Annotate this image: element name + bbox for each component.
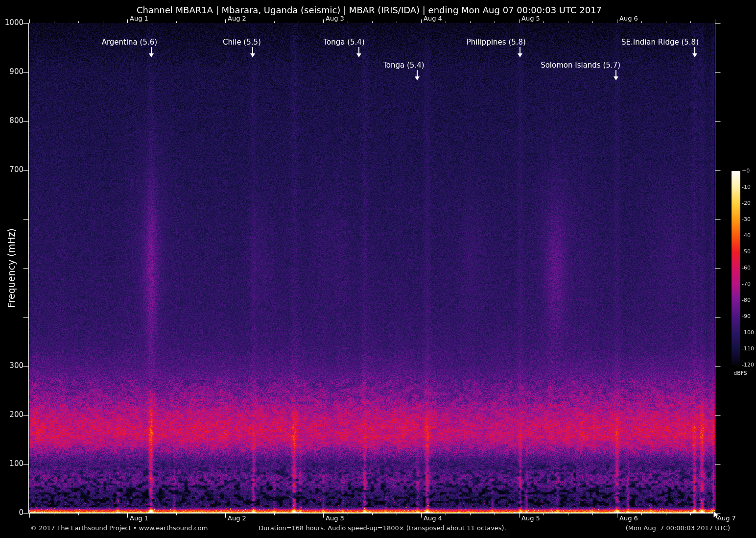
y-tick-label: 200 — [2, 411, 24, 419]
event-arrow-icon — [692, 47, 698, 58]
colorbar-tick-label: -60 — [742, 265, 751, 271]
top-date-label: Aug 3 — [326, 15, 344, 22]
bottom-date-label: Aug 2 — [228, 515, 246, 522]
top-date-label: Aug 4 — [424, 15, 442, 22]
spectrogram-screen: Channel MBAR1A | Mbarara, Uganda (seismi… — [0, 0, 756, 538]
event-arrow-icon — [356, 47, 362, 58]
bottom-date-label: Aug 1 — [130, 515, 148, 522]
top-date-label: Aug 2 — [228, 15, 246, 22]
top-date-label: Aug 6 — [619, 15, 638, 22]
bottom-date-label: Aug 3 — [326, 515, 344, 522]
event-annotation: Tonga (5.4) — [383, 61, 424, 70]
colorbar-tick-label: -70 — [742, 281, 751, 287]
event-arrow-icon — [148, 47, 154, 58]
colorbar-tick-label: -20 — [742, 200, 751, 206]
event-annotation: Argentina (5.6) — [102, 38, 158, 47]
colorbar-tick-label: -10 — [742, 184, 751, 190]
mouse-cursor-icon — [713, 510, 721, 521]
event-annotation: Chile (5.5) — [223, 38, 261, 47]
colorbar-tick-label: -100 — [742, 330, 754, 336]
event-arrow-icon — [613, 70, 619, 81]
footer-copyright: © 2017 The Earthsound Project • www.eart… — [30, 525, 208, 532]
event-annotation: Solomon Islands (5.7) — [541, 61, 620, 70]
spectrogram-image — [29, 23, 715, 513]
event-annotation: Philippines (5.8) — [467, 38, 526, 47]
colorbar-tick-label: +0 — [742, 168, 750, 174]
bottom-date-label: Aug 6 — [619, 515, 638, 522]
event-arrow-icon — [414, 70, 420, 81]
top-date-label: Aug 1 — [130, 15, 148, 22]
event-arrow-icon — [250, 47, 256, 58]
bottom-date-label: Aug 4 — [424, 515, 442, 522]
y-tick-label: 300 — [2, 362, 24, 370]
event-annotation: SE.Indian Ridge (5.8) — [621, 38, 699, 47]
y-tick-label: 1000 — [2, 19, 24, 27]
colorbar-tick-label: -80 — [742, 297, 751, 303]
page-title: Channel MBAR1A | Mbarara, Uganda (seismi… — [137, 5, 602, 15]
y-tick-label: 700 — [2, 166, 24, 174]
y-tick-label: 100 — [2, 460, 24, 468]
footer-timestamp: (Mon Aug 7 00:00:03 2017 UTC) — [626, 525, 730, 532]
colorbar-scale — [732, 171, 740, 365]
colorbar-tick-label: -30 — [742, 217, 751, 222]
colorbar-tick-label: -90 — [742, 314, 751, 319]
colorbar-unit-label: dBFS — [733, 370, 747, 376]
y-axis-label: Frequency (mHz) — [6, 228, 17, 308]
colorbar-tick-label: -50 — [742, 249, 751, 255]
y-tick-label: 0 — [2, 509, 24, 517]
colorbar-tick-label: -40 — [742, 233, 751, 239]
event-arrow-icon — [517, 47, 523, 58]
footer-duration: Duration=168 hours. Audio speed-up=1800×… — [259, 525, 506, 532]
y-tick-label: 900 — [2, 68, 24, 76]
top-date-label: Aug 5 — [521, 15, 540, 22]
y-tick-label: 800 — [2, 117, 24, 125]
colorbar-tick-label: -110 — [742, 346, 754, 352]
event-annotation: Tonga (5.4) — [323, 38, 364, 47]
colorbar-tick-label: -120 — [742, 362, 754, 368]
bottom-date-label: Aug 5 — [521, 515, 540, 522]
